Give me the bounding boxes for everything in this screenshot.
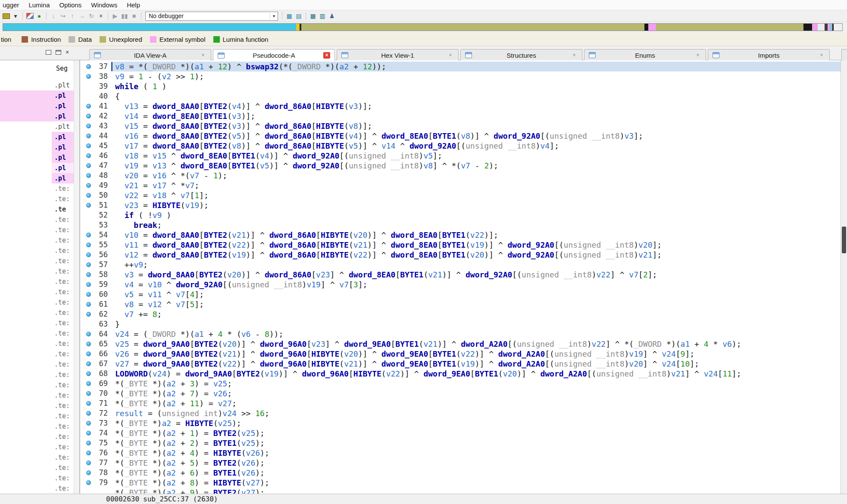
code-line[interactable]: 52 if ( !v9 ) [81,210,841,220]
menu-windows[interactable]: Windows [86,0,122,10]
segment-row[interactable]: .te: [0,225,79,235]
segment-row[interactable]: .te: [0,432,79,442]
code-line[interactable]: 37v8 = *(_DWORD *)(a1 + 12) ^ bswap32(*(… [81,62,841,72]
menu-options[interactable]: Options [55,0,87,10]
code-line[interactable]: 68LODWORD(v24) = dword_9AA0[BYTE2(v19)] … [81,369,841,379]
close-tab-icon[interactable]: × [818,52,825,59]
code-line[interactable]: 75*(_BYTE *)(a2 + 2) = BYTE1(v25); [81,438,841,448]
color-swatch-icon[interactable] [1,12,11,21]
module-windows-icon[interactable]: ▤ [294,12,303,21]
code-line[interactable]: 38v9 = 1 - (v2 >> 1); [81,72,841,81]
tab-ida-view-a[interactable]: IDA View-A× [89,49,211,61]
segment-row[interactable]: .te: [0,463,79,473]
code-line[interactable]: 45 v17 = dword_8AA0[BYTE2(v8)] ^ dword_8… [81,141,841,151]
code-line[interactable]: 49 v21 = v17 ^ *v7; [81,180,841,190]
code-line[interactable]: 58 v3 = dword_8AA0[BYTE2(v20)] ^ dword_8… [81,270,841,280]
partial-tab[interactable] [841,49,847,60]
code-line[interactable]: 42 v14 = dword_8EA0[BYTE1(v3)]; [81,111,841,121]
code-line[interactable]: 56 v12 = dword_8AA0[BYTE2(v19)] ^ dword_… [81,250,841,260]
code-line[interactable]: 44 v16 = dword_8AA0[BYTE2(v5)] ^ dword_8… [81,131,841,141]
close-tab-icon[interactable]: × [323,52,330,59]
debugger-combo[interactable]: No debugger▾ [145,12,278,21]
segment-row[interactable]: .te: [0,359,79,370]
segment-row[interactable]: .te: [0,442,79,452]
close-tab-icon[interactable]: × [447,52,454,59]
segment-row[interactable]: .te: [0,401,79,411]
code-line[interactable]: 51 v23 = HIBYTE(v19); [81,200,841,210]
segment-row[interactable]: .pl [0,142,79,152]
menu-ugger[interactable]: ugger [2,0,24,10]
segment-row[interactable]: .te: [0,287,79,297]
code-line[interactable]: 67v27 = dword_9AA0[BYTE2(v22)] ^ dword_9… [81,359,841,369]
step-into-icon[interactable]: ↓ [49,12,58,21]
code-line[interactable]: 65v25 = dword_9AA0[BYTE2(v20)] ^ dword_9… [81,339,841,349]
segment-row[interactable]: .pl [0,132,79,142]
code-line[interactable]: 78*(_BYTE *)(a2 + 6) = BYTE1(v26); [81,468,841,478]
code-line[interactable]: 60 v5 = v11 ^ v7[4]; [81,289,841,299]
close-tab-icon[interactable]: × [694,52,701,59]
code-line[interactable]: 46 v18 = v15 ^ dword_8EA0[BYTE1(v4)] ^ d… [81,151,841,161]
scrollbar-thumb[interactable] [842,227,846,253]
code-line[interactable]: 57 ++v9; [81,260,841,270]
segment-row[interactable]: .te: [0,308,79,318]
code-line[interactable]: 79*(_BYTE *)(a2 + 8) = HIBYTE(v27); [81,478,841,488]
segment-row[interactable]: .te: [0,194,79,204]
start-process-icon[interactable]: ● [34,12,44,21]
code-line[interactable]: 59 v4 = v10 ^ dword_92A0[(unsigned __int… [81,280,841,289]
menu-lumina[interactable]: Lumina [24,0,54,10]
segment-row[interactable]: .plt [0,121,79,132]
code-line[interactable]: 54 v10 = dword_8AA0[BYTE2(v21)] ^ dword_… [81,230,841,240]
segment-row[interactable]: .te: [0,328,79,339]
tab-pseudocode-a[interactable]: Pseudocode-A× [213,49,335,61]
segment-row[interactable]: .te: [0,318,79,328]
tab-imports[interactable]: Imports× [708,49,830,61]
pseudocode-view[interactable]: 37v8 = *(_DWORD *)(a1 + 12) ^ bswap32(*(… [81,60,841,494]
segment-row[interactable]: .te: [0,266,79,277]
code-line[interactable]: 47 v19 = v13 ^ dword_8EA0[BYTE1(v5)] ^ d… [81,161,841,171]
code-line[interactable]: 76*(_BYTE *)(a2 + 4) = HIBYTE(v26); [81,448,841,458]
code-vertical-scrollbar[interactable] [841,60,847,494]
code-line[interactable]: 41 v13 = dword_8AA0[BYTE2(v4)] ^ dword_8… [81,101,841,111]
run-to-cursor-icon[interactable]: → [77,12,87,21]
code-line[interactable]: 43 v15 = dword_8AA0[BYTE2(v3)] ^ dword_8… [81,121,841,131]
menu-help[interactable]: Help [122,0,145,10]
tab-enums[interactable]: Enums× [584,49,706,61]
tab-hex-view-1[interactable]: Hex View-1× [337,49,459,61]
threads-icon[interactable]: ♟ [327,12,337,21]
segment-row[interactable]: .te: [0,246,79,256]
code-line[interactable]: 72result = (unsigned int)v24 >> 16; [81,408,841,418]
watch-list-icon[interactable]: ▦ [308,12,318,21]
code-line[interactable]: 64v24 = (_DWORD *)(a1 + 4 * (v6 - 8)); [81,329,841,339]
code-line[interactable]: 48 v20 = v16 ^ *(v7 - 1); [81,171,841,180]
segment-row[interactable]: .te: [0,380,79,390]
locals-icon[interactable]: ▥ [318,12,327,21]
cancel-icon[interactable]: × [96,12,106,21]
close-panel-icon[interactable]: × [66,50,69,55]
code-line[interactable]: 50 v22 = v18 ^ v7[1]; [81,190,841,200]
code-line[interactable]: 63} [81,319,841,329]
segment-row[interactable]: .te: [0,215,79,225]
step-over-icon[interactable]: ↪ [58,12,68,21]
segment-row[interactable]: .te: [0,256,79,266]
code-line[interactable]: 39while ( 1 ) [81,81,841,91]
code-line[interactable]: 53 break; [81,220,841,230]
code-line[interactable]: 77*(_BYTE *)(a2 + 5) = BYTE2(v26); [81,458,841,468]
code-line[interactable]: 66v26 = dword_9AA0[BYTE2(v21)] ^ dword_9… [81,349,841,359]
restore-panel-icon[interactable] [46,50,51,55]
segment-row[interactable]: .pl [0,101,79,111]
segments-scrollbar[interactable] [74,60,79,494]
segment-row[interactable]: .pl [0,90,79,101]
segment-row[interactable]: .plt [0,80,79,90]
segment-row[interactable]: .pl [0,173,79,184]
combo-dropdown-icon[interactable]: ▾ [270,13,278,19]
code-line[interactable]: 70*(_BYTE *)(a2 + 7) = v26; [81,389,841,398]
code-line[interactable]: 69*(_BYTE *)(a2 + 3) = v25; [81,379,841,389]
code-line[interactable]: 71*(_BYTE *)(a2 + 11) = v27; [81,398,841,408]
segment-row[interactable]: .te: [0,421,79,432]
segment-row[interactable]: .te: [0,473,79,483]
segment-row[interactable]: .te: [0,349,79,359]
segment-row[interactable]: .pl [0,163,79,173]
code-line[interactable]: 62 v7 += 8; [81,309,841,319]
code-line[interactable]: 74*(_BYTE *)(a2 + 1) = BYTE2(v25); [81,428,841,438]
segment-row[interactable]: .pl [0,152,79,163]
